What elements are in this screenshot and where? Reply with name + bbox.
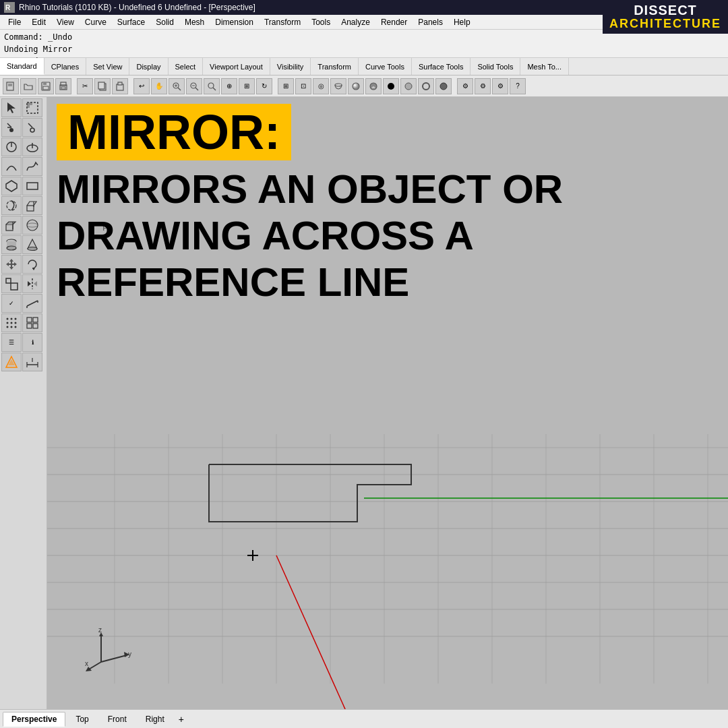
tool-measure[interactable]: [22, 294, 42, 313]
tool-shading3[interactable]: [435, 78, 452, 94]
tab-setview[interactable]: Set View: [86, 58, 129, 75]
desc-line3: REFERENCE LINE: [57, 260, 409, 305]
tool-print[interactable]: [55, 78, 71, 94]
svg-line-16: [178, 88, 181, 90]
tool-save[interactable]: [38, 78, 54, 94]
tool-new[interactable]: [3, 78, 19, 94]
tool-shading1[interactable]: [400, 78, 417, 94]
tool-info[interactable]: ℹ: [22, 333, 42, 352]
menu-render[interactable]: Render: [375, 16, 413, 28]
menu-curve[interactable]: Curve: [80, 16, 112, 28]
viewport-tab-front[interactable]: Front: [99, 712, 135, 727]
viewport-tab-add[interactable]: +: [175, 712, 188, 726]
menu-solid[interactable]: Solid: [150, 16, 179, 28]
tool-zoom-in[interactable]: [169, 78, 185, 94]
tab-transform[interactable]: Transform: [311, 58, 359, 75]
tool-settings3[interactable]: ⚙: [492, 78, 508, 94]
tool-snap-obj[interactable]: [1, 353, 22, 371]
tab-mesh-tools[interactable]: Mesh To...: [520, 58, 569, 75]
svg-rect-12: [98, 82, 104, 89]
tool-material[interactable]: [348, 78, 364, 94]
tool-color[interactable]: [383, 78, 399, 94]
tool-dotgrid[interactable]: [1, 313, 22, 332]
tool-cut[interactable]: ✂: [77, 78, 93, 94]
tool-zoom-selected[interactable]: [204, 78, 220, 94]
tab-display[interactable]: Display: [129, 58, 168, 75]
tab-viewport-layout[interactable]: Viewport Layout: [203, 58, 270, 75]
tool-zoom-window[interactable]: ⊞: [239, 78, 255, 94]
tool-zoom-out[interactable]: [186, 78, 202, 94]
tool-zoom-all[interactable]: ⊕: [221, 78, 237, 94]
tool-help[interactable]: ?: [510, 78, 526, 94]
tab-standard[interactable]: Standard: [0, 58, 44, 75]
viewport-tab-perspective[interactable]: Perspective: [3, 712, 65, 727]
menu-panels[interactable]: Panels: [413, 16, 448, 28]
menu-mesh[interactable]: Mesh: [179, 16, 210, 28]
tab-solid-tools[interactable]: Solid Tools: [471, 58, 520, 75]
tool-point[interactable]: [1, 118, 22, 137]
tool-open[interactable]: [20, 78, 36, 94]
viewport[interactable]: P MIRROR: MIRRORS AN OBJECT OR DRAWING A…: [47, 97, 728, 709]
tool-undo[interactable]: ↩: [133, 78, 150, 94]
tool-freeform[interactable]: [22, 157, 42, 176]
menu-tools[interactable]: Tools: [306, 16, 336, 28]
viewport-tab-right[interactable]: Right: [137, 712, 173, 727]
tab-surface-tools[interactable]: Surface Tools: [412, 58, 471, 75]
tool-circle[interactable]: [1, 138, 22, 156]
svg-point-30: [440, 83, 447, 90]
tool-select-window[interactable]: [22, 98, 42, 117]
tool-grid[interactable]: ⊞: [278, 78, 294, 94]
tool-select-arrow[interactable]: [1, 98, 22, 117]
tool-dimension-tool[interactable]: [22, 353, 42, 371]
tool-paste[interactable]: [112, 78, 128, 94]
menu-file[interactable]: File: [3, 16, 26, 28]
menu-transform[interactable]: Transform: [259, 16, 306, 28]
tab-visibility[interactable]: Visibility: [270, 58, 311, 75]
tool-revolve[interactable]: [1, 196, 22, 215]
tool-pan[interactable]: ✋: [151, 78, 167, 94]
tool-checkmark[interactable]: ✓: [1, 294, 22, 313]
menu-dimension[interactable]: Dimension: [210, 16, 259, 28]
tool-settings2[interactable]: ⚙: [475, 78, 491, 94]
menu-analyze[interactable]: Analyze: [336, 16, 375, 28]
menu-view[interactable]: View: [51, 16, 80, 28]
tool-extrude[interactable]: [22, 196, 42, 215]
svg-marker-31: [7, 102, 16, 113]
tool-osnap[interactable]: ◎: [313, 78, 329, 94]
tool-polygon[interactable]: [1, 177, 22, 195]
tool-shading2[interactable]: [418, 78, 434, 94]
tool-layout[interactable]: [22, 313, 42, 332]
tab-cplanes[interactable]: CPlanes: [44, 58, 87, 75]
mirror-description: MIRRORS AN OBJECT OR DRAWING ACROSS A RE…: [57, 166, 563, 305]
tool-point2[interactable]: [22, 118, 42, 137]
tool-snap[interactable]: ⊡: [295, 78, 311, 94]
tab-curve-tools[interactable]: Curve Tools: [359, 58, 412, 75]
tool-cone[interactable]: [22, 235, 42, 254]
tool-rectangle[interactable]: [22, 177, 42, 195]
tool-history[interactable]: ☰: [1, 333, 22, 352]
svg-line-35: [7, 123, 11, 127]
tool-render-preview[interactable]: [365, 78, 382, 94]
viewport-tab-top[interactable]: Top: [67, 712, 97, 727]
brand-line1: DISSECT: [609, 3, 721, 18]
tool-sphere[interactable]: [22, 216, 42, 235]
tool-settings1[interactable]: ⚙: [457, 78, 473, 94]
tool-ellipse[interactable]: [22, 138, 42, 156]
menu-edit[interactable]: Edit: [26, 16, 51, 28]
tool-rotate[interactable]: ↻: [256, 78, 272, 94]
tool-mirror-tool[interactable]: [22, 274, 42, 293]
tool-rotate-tool[interactable]: [22, 255, 42, 274]
tool-move[interactable]: [1, 255, 22, 274]
tool-cylinder[interactable]: [1, 235, 22, 254]
svg-line-112: [101, 655, 127, 662]
tool-scale[interactable]: [1, 274, 22, 293]
svg-text:x: x: [85, 660, 88, 667]
svg-marker-57: [32, 268, 35, 270]
tool-box[interactable]: [1, 216, 22, 235]
tab-select[interactable]: Select: [169, 58, 204, 75]
tool-copy[interactable]: [94, 78, 111, 94]
tool-layer[interactable]: [330, 78, 346, 94]
tool-arc[interactable]: [1, 157, 22, 176]
menu-help[interactable]: Help: [448, 16, 476, 28]
menu-surface[interactable]: Surface: [112, 16, 150, 28]
